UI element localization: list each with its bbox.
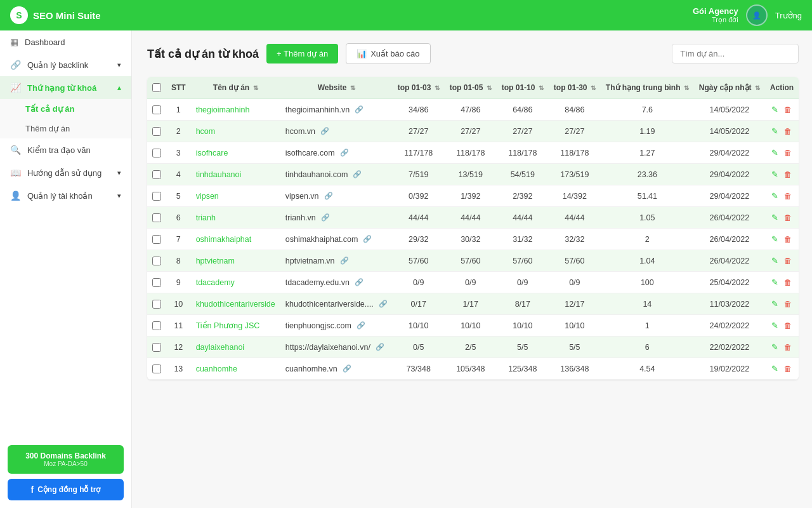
edit-button-7[interactable]: ✎ [771, 257, 778, 265]
external-link-icon-12[interactable]: 🔗 [343, 364, 351, 373]
sort-top03-icon[interactable]: ⇅ [435, 84, 440, 91]
project-link-7[interactable]: hptvietnam [196, 257, 235, 265]
row-website: hcom.vn 🔗 [280, 121, 393, 142]
edit-button-11[interactable]: ✎ [771, 343, 778, 352]
edit-button-10[interactable]: ✎ [771, 321, 778, 330]
row-checkbox-12[interactable] [152, 364, 161, 373]
sidebar-item-keyword[interactable]: 📈 Thứ hạng từ khoá ▴ [0, 76, 131, 99]
row-checkbox-6[interactable] [152, 235, 161, 244]
external-link-icon-5[interactable]: 🔗 [321, 213, 330, 222]
row-checkbox-2[interactable] [152, 149, 161, 157]
row-checkbox-5[interactable] [152, 213, 161, 222]
row-checkbox-1[interactable] [152, 127, 161, 136]
edit-button-12[interactable]: ✎ [771, 364, 778, 373]
add-project-button[interactable]: + Thêm dự án [266, 44, 338, 64]
external-link-icon-6[interactable]: 🔗 [363, 235, 372, 243]
project-link-0[interactable]: thegioimanhinh [196, 105, 250, 114]
row-checkbox-7[interactable] [152, 257, 161, 265]
sidebar-sub-add-project[interactable]: Thêm dự án [0, 119, 131, 138]
project-link-2[interactable]: isofhcare [196, 149, 228, 157]
sort-name-icon[interactable]: ⇅ [253, 84, 258, 91]
export-report-button[interactable]: 📊 Xuất báo cáo [346, 43, 430, 64]
external-link-icon-7[interactable]: 🔗 [340, 257, 349, 265]
sidebar-item-dashboard[interactable]: ▦ Dashboard [0, 30, 131, 53]
sort-website-icon[interactable]: ⇅ [350, 84, 355, 91]
sidebar-item-backlink[interactable]: 🔗 Quản lý backlink ▾ [0, 53, 131, 76]
project-link-9[interactable]: khudothicentariverside [196, 300, 275, 309]
external-link-icon-4[interactable]: 🔗 [324, 192, 333, 200]
delete-button-3[interactable]: 🗑 [784, 170, 792, 179]
sidebar-item-check-text[interactable]: 🔍 Kiểm tra đạo văn [0, 138, 131, 161]
external-link-icon-2[interactable]: 🔗 [340, 149, 349, 157]
row-checkbox-0[interactable] [152, 105, 161, 114]
sort-avg-icon[interactable]: ⇅ [684, 84, 689, 91]
row-top05: 30/32 [445, 229, 497, 250]
edit-button-2[interactable]: ✎ [771, 149, 778, 157]
edit-button-4[interactable]: ✎ [771, 192, 778, 201]
edit-button-9[interactable]: ✎ [771, 300, 778, 309]
row-checkbox-4[interactable] [152, 192, 161, 201]
delete-button-2[interactable]: 🗑 [784, 149, 792, 157]
delete-button-0[interactable]: 🗑 [784, 105, 792, 114]
delete-button-9[interactable]: 🗑 [784, 300, 792, 309]
external-link-icon-1[interactable]: 🔗 [320, 127, 329, 135]
delete-button-5[interactable]: 🗑 [784, 213, 792, 222]
delete-button-1[interactable]: 🗑 [784, 127, 792, 136]
delete-button-10[interactable]: 🗑 [784, 321, 792, 330]
avatar[interactable]: 👤 [746, 4, 768, 26]
row-top03: 117/178 [393, 142, 445, 164]
external-link-icon-11[interactable]: 🔗 [376, 343, 384, 351]
select-all-checkbox[interactable] [152, 83, 161, 92]
row-checkbox-9[interactable] [152, 300, 161, 309]
sort-top30-icon[interactable]: ⇅ [591, 84, 596, 91]
project-link-12[interactable]: cuanhomhe [196, 364, 237, 373]
sort-top10-icon[interactable]: ⇅ [539, 84, 544, 91]
delete-button-8[interactable]: 🗑 [784, 278, 792, 287]
search-input[interactable] [672, 44, 799, 64]
external-link-icon-3[interactable]: 🔗 [353, 170, 362, 178]
external-link-icon-10[interactable]: 🔗 [357, 321, 365, 330]
delete-button-4[interactable]: 🗑 [784, 192, 792, 201]
project-link-1[interactable]: hcom [196, 127, 216, 136]
edit-button-5[interactable]: ✎ [771, 213, 778, 222]
delete-button-7[interactable]: 🗑 [784, 257, 792, 265]
project-link-8[interactable]: tdacademy [196, 278, 235, 287]
project-link-6[interactable]: oshimakhaiphat [196, 235, 252, 244]
row-checkbox-11[interactable] [152, 343, 161, 352]
delete-button-12[interactable]: 🗑 [784, 364, 792, 373]
project-link-3[interactable]: tinhdauhanoi [196, 170, 242, 179]
external-link-icon-9[interactable]: 🔗 [379, 300, 388, 308]
row-top30: 173/519 [549, 164, 601, 185]
project-link-4[interactable]: vipsen [196, 192, 219, 201]
project-link-11[interactable]: daylaixehanoi [196, 343, 244, 352]
edit-button-8[interactable]: ✎ [771, 278, 778, 287]
sort-date-icon[interactable]: ⇅ [755, 84, 760, 91]
row-checkbox-3[interactable] [152, 170, 161, 179]
delete-button-11[interactable]: 🗑 [784, 343, 792, 352]
project-link-5[interactable]: trianh [196, 213, 216, 222]
external-link-icon-0[interactable]: 🔗 [355, 105, 363, 114]
sidebar-item-account[interactable]: 👤 Quản lý tài khoản ▾ [0, 184, 131, 207]
edit-button-1[interactable]: ✎ [771, 127, 778, 136]
table-row: 9 tdacademy tdacademy.edu.vn 🔗 0/9 0/9 0… [147, 272, 799, 293]
edit-button-6[interactable]: ✎ [771, 235, 778, 244]
row-checkbox-cell [147, 121, 166, 142]
sidebar-item-guide[interactable]: 📖 Hướng dẫn sử dụng ▾ [0, 161, 131, 184]
delete-button-6[interactable]: 🗑 [784, 235, 792, 244]
edit-button-3[interactable]: ✎ [771, 170, 778, 179]
logo-icon: S [10, 6, 28, 24]
row-checkbox-8[interactable] [152, 278, 161, 287]
sidebar-label-account: Quản lý tài khoản [27, 191, 93, 201]
project-link-10[interactable]: Tiền Phương JSC [196, 321, 260, 330]
edit-button-0[interactable]: ✎ [771, 105, 778, 114]
external-link-icon-8[interactable]: 🔗 [355, 278, 363, 286]
sort-top05-icon[interactable]: ⇅ [487, 84, 492, 91]
col-avg: Thứ hạng trung bình ⇅ [601, 77, 694, 99]
sidebar-sub-all-projects[interactable]: Tất cả dự án [0, 99, 131, 119]
row-website: khudothicentariverside.... 🔗 [280, 293, 393, 315]
backlink-btn[interactable]: 300 Domains Backlink Moz PA-DA>50 [8, 445, 124, 474]
row-actions: ✎ 🗑 [765, 315, 799, 337]
row-checkbox-10[interactable] [152, 321, 161, 330]
row-top05: 27/27 [445, 121, 497, 142]
community-btn[interactable]: f Cộng đồng hỗ trợ [8, 479, 124, 500]
